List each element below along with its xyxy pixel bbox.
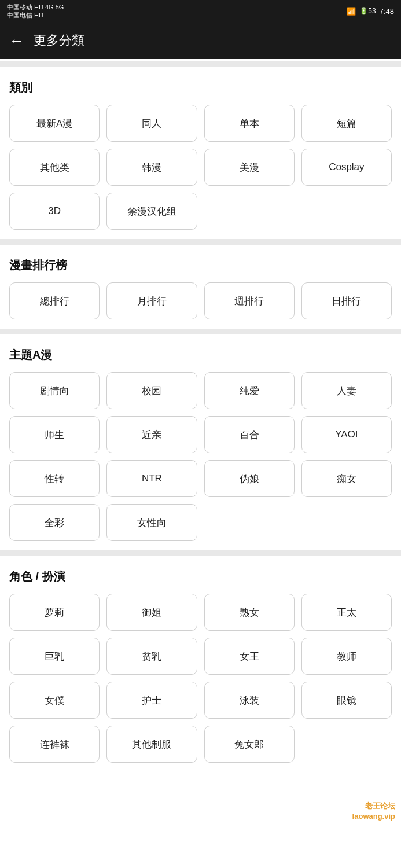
- section-title-ranking: 漫畫排行榜: [9, 258, 392, 273]
- battery-icon: 🔋53: [359, 7, 376, 15]
- tag-btn-____[interactable]: 其他制服: [106, 726, 197, 763]
- tag-btn-___[interactable]: 女性向: [106, 504, 197, 541]
- section-theme: 主題A漫剧情向校园纯爱人妻师生近亲百合YAOI性转NTR伪娘痴女全彩女性向: [0, 337, 401, 548]
- section-title-category: 類別: [9, 80, 392, 95]
- section-separator-category: [0, 61, 401, 67]
- tag-btn-NTR[interactable]: NTR: [106, 460, 197, 497]
- tag-btn-___[interactable]: 總排行: [9, 282, 100, 319]
- tag-btn-___[interactable]: 日排行: [301, 282, 392, 319]
- tag-btn-__[interactable]: 正太: [301, 594, 392, 631]
- tag-btn-__[interactable]: 师生: [9, 416, 100, 453]
- status-right: 📶 🔋53 7:48: [347, 7, 394, 16]
- tag-btn-__[interactable]: 伪娘: [204, 460, 295, 497]
- tag-btn-___[interactable]: 连裤袜: [9, 726, 100, 763]
- section-ranking: 漫畫排行榜總排行月排行週排行日排行: [0, 247, 401, 326]
- tag-btn-__[interactable]: 熟女: [204, 594, 295, 631]
- tag-btn-__[interactable]: 痴女: [301, 460, 392, 497]
- tag-btn-__[interactable]: 御姐: [106, 594, 197, 631]
- watermark: 老王论坛 laowang.vip: [352, 801, 395, 822]
- tag-btn-__[interactable]: 近亲: [106, 416, 197, 453]
- tag-btn-__[interactable]: 性转: [9, 460, 100, 497]
- signal-icons: 📶: [347, 7, 356, 16]
- tag-btn-__A_[interactable]: 最新A漫: [9, 105, 100, 142]
- tag-grid-ranking: 總排行月排行週排行日排行: [9, 282, 392, 319]
- page-title: 更多分類: [34, 32, 84, 49]
- tag-btn-__[interactable]: 韩漫: [106, 149, 197, 186]
- tag-btn-___[interactable]: 週排行: [204, 282, 295, 319]
- tag-btn-__[interactable]: 萝莉: [9, 594, 100, 631]
- tag-grid-theme: 剧情向校园纯爱人妻师生近亲百合YAOI性转NTR伪娘痴女全彩女性向: [9, 372, 392, 541]
- tag-btn-__[interactable]: 美漫: [204, 149, 295, 186]
- watermark-line2: laowang.vip: [352, 811, 395, 822]
- section-category: 類別最新A漫同人单本短篇其他类韩漫美漫Cosplay3D禁漫汉化组: [0, 69, 401, 237]
- section-role: 角色 / 扮演萝莉御姐熟女正太巨乳贫乳女王教师女僕护士泳装眼镜连裤袜其他制服兔女…: [0, 558, 401, 770]
- tag-btn-___[interactable]: 剧情向: [9, 372, 100, 409]
- tag-grid-category: 最新A漫同人单本短篇其他类韩漫美漫Cosplay3D禁漫汉化组: [9, 105, 392, 230]
- tag-grid-role: 萝莉御姐熟女正太巨乳贫乳女王教师女僕护士泳装眼镜连裤袜其他制服兔女郎: [9, 594, 392, 763]
- tag-btn-__[interactable]: 眼镜: [301, 682, 392, 719]
- section-title-theme: 主題A漫: [9, 347, 392, 363]
- tag-btn-YAOI[interactable]: YAOI: [301, 416, 392, 453]
- tag-btn-__[interactable]: 同人: [106, 105, 197, 142]
- tag-btn-__[interactable]: 人妻: [301, 372, 392, 409]
- tag-btn-__[interactable]: 单本: [204, 105, 295, 142]
- tag-btn-__[interactable]: 泳装: [204, 682, 295, 719]
- tag-btn-__[interactable]: 教师: [301, 638, 392, 675]
- tag-btn-___[interactable]: 其他类: [9, 149, 100, 186]
- tag-btn-Cosplay[interactable]: Cosplay: [301, 149, 392, 186]
- watermark-line1: 老王论坛: [352, 801, 395, 811]
- carrier-top: 中国移动 HD 4G 5G: [7, 3, 64, 11]
- carrier-info: 中国移动 HD 4G 5G 中国电信 HD: [7, 3, 64, 20]
- status-bar: 中国移动 HD 4G 5G 中国电信 HD 📶 🔋53 7:48: [0, 0, 401, 22]
- section-separator-theme: [0, 329, 401, 334]
- tag-btn-__[interactable]: 短篇: [301, 105, 392, 142]
- tag-btn-__[interactable]: 护士: [106, 682, 197, 719]
- tag-btn-__[interactable]: 女王: [204, 638, 295, 675]
- carrier-bottom: 中国电信 HD: [7, 11, 64, 19]
- time-display: 7:48: [380, 7, 394, 16]
- section-title-role: 角色 / 扮演: [9, 569, 392, 584]
- tag-btn-_____[interactable]: 禁漫汉化组: [106, 193, 197, 230]
- tag-btn-___[interactable]: 兔女郎: [204, 726, 295, 763]
- tag-btn-__[interactable]: 校园: [106, 372, 197, 409]
- top-bar: ← 更多分類: [0, 22, 401, 59]
- back-button[interactable]: ←: [9, 33, 24, 48]
- tag-btn-__[interactable]: 纯爱: [204, 372, 295, 409]
- tag-btn-___[interactable]: 月排行: [106, 282, 197, 319]
- section-separator-role: [0, 550, 401, 556]
- tag-btn-__[interactable]: 巨乳: [9, 638, 100, 675]
- tag-btn-__[interactable]: 百合: [204, 416, 295, 453]
- tag-btn-3D[interactable]: 3D: [9, 193, 100, 230]
- section-separator-ranking: [0, 239, 401, 245]
- tag-btn-__[interactable]: 全彩: [9, 504, 100, 541]
- tag-btn-__[interactable]: 女僕: [9, 682, 100, 719]
- tag-btn-__[interactable]: 贫乳: [106, 638, 197, 675]
